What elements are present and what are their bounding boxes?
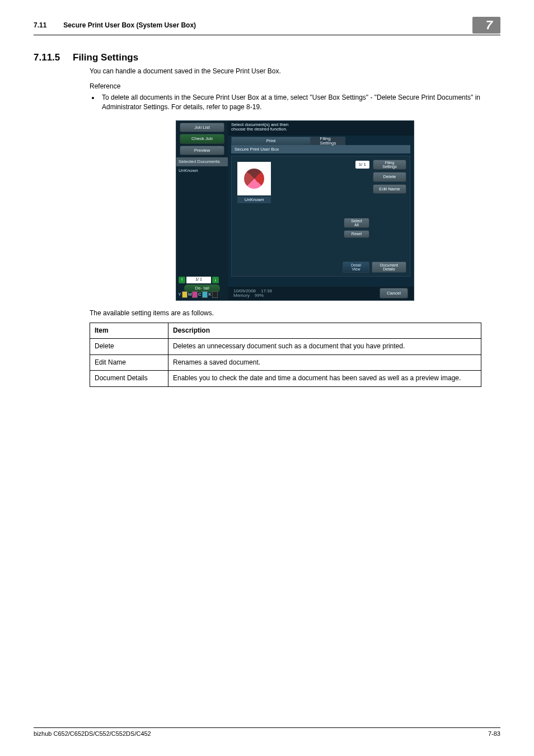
detail-view-button[interactable]: Detail View [343, 262, 369, 273]
ss-mid-column: Select All Reset [344, 218, 369, 238]
toner-c-icon [202, 291, 208, 298]
subsection-title: Filing Settings [73, 52, 138, 63]
main-page-indicator: 1/ 1 [355, 161, 369, 169]
chapter-badge: 7 [472, 17, 500, 34]
table-cell-desc: Renames a saved document. [168, 354, 481, 370]
ss-right-column: Filing Settings Delete Edit Name [373, 160, 406, 194]
toner-c-label: C [198, 291, 202, 298]
ss-tab-row: Print Filing Settings [228, 137, 414, 145]
table-row: Edit Name Renames a saved document. [90, 354, 481, 370]
left-pager: ↑ 1/ 1 ↓ [179, 277, 219, 283]
running-header-left: 7.11 Secure Print User Box (System User … [34, 21, 196, 29]
document-thumbnail[interactable] [237, 162, 271, 195]
ss-date-area: 10/09/2008 17:38 Memory 99% [233, 289, 272, 298]
check-job-button[interactable]: Check Job [180, 134, 224, 144]
subsection-heading: 7.11.5 Filing Settings [34, 52, 500, 63]
toner-k-icon [212, 291, 218, 298]
table-cell-item: Edit Name [90, 354, 168, 370]
ss-bottom-bar: 10/09/2008 17:38 Memory 99% Cancel [228, 287, 414, 300]
toner-y-icon [182, 291, 188, 298]
job-list-button[interactable]: Job List [180, 123, 224, 133]
page-footer: bizhub C652/C652DS/C552/C552DS/C452 7-83 [34, 727, 500, 737]
ss-memory-label: Memory [233, 293, 250, 298]
toner-k-label: K [208, 291, 212, 298]
edit-name-button[interactable]: Edit Name [373, 184, 406, 194]
table-row: Delete Deletes an unnecessary document s… [90, 339, 481, 354]
toner-m-icon [192, 291, 198, 298]
reference-label: Reference [90, 82, 500, 91]
table-head-description: Description [168, 323, 481, 338]
preview-button[interactable]: Preview [180, 146, 224, 156]
left-page-counter: 1/ 1 [186, 277, 211, 283]
ss-work-area: UnKnown 1/ 1 Filing Settings Delete Edit… [231, 156, 410, 277]
select-all-button[interactable]: Select All [344, 218, 369, 228]
ss-left-pane: Job List Check Job Preview Selected Docu… [176, 121, 228, 300]
toner-y-label: Y [178, 291, 181, 298]
available-caption: The available setting items are as follo… [90, 309, 500, 318]
table-cell-item: Delete [90, 339, 168, 354]
cancel-button[interactable]: Cancel [380, 288, 408, 299]
toner-status: Y M C K [176, 289, 229, 300]
ss-message: Select document(s) and then choose the d… [228, 121, 414, 136]
filing-settings-button[interactable]: Filing Settings [373, 160, 406, 170]
section-title: Secure Print User Box (System User Box) [63, 21, 196, 29]
ss-main-pane: Select document(s) and then choose the d… [228, 121, 414, 287]
subsection-number: 7.11.5 [34, 52, 73, 63]
selected-documents-item: UnKnown [176, 166, 228, 175]
table-cell-desc: Deletes an unnecessary document such as … [168, 339, 481, 354]
table-row: Document Details Enables you to check th… [90, 371, 481, 386]
delete-button[interactable]: Delete [373, 172, 406, 182]
ss-memory-pct: 99% [255, 293, 264, 298]
footer-left: bizhub C652/C652DS/C552/C552DS/C452 [34, 730, 151, 737]
reference-bullet: To delete all documents in the Secure Pr… [100, 93, 500, 113]
pager-up-icon[interactable]: ↑ [179, 277, 185, 283]
reference-list: To delete all documents in the Secure Pr… [90, 93, 500, 113]
document-thumbnail-caption: UnKnown [237, 197, 271, 203]
pager-down-icon[interactable]: ↓ [212, 277, 219, 283]
tab-filing-settings[interactable]: Filing Settings [311, 137, 345, 145]
table-cell-item: Document Details [90, 371, 168, 386]
reset-button[interactable]: Reset [344, 230, 369, 238]
selected-documents-header: Selected Documents [176, 157, 228, 166]
document-details-button[interactable]: Document Details [372, 262, 406, 273]
table-cell-desc: Enables you to check the date and time a… [168, 371, 481, 386]
footer-right: 7-83 [488, 730, 500, 737]
ss-breadcrumb: Secure Print User Box [231, 145, 410, 154]
device-screenshot: Job List Check Job Preview Selected Docu… [176, 120, 414, 301]
table-head-item: Item [90, 323, 168, 338]
intro-paragraph: You can handle a document saved in the S… [90, 67, 500, 76]
section-number: 7.11 [34, 21, 62, 29]
tab-print[interactable]: Print [231, 137, 311, 145]
running-header: 7.11 Secure Print User Box (System User … [34, 17, 500, 35]
settings-table: Item Description Delete Deletes an unnec… [90, 323, 481, 387]
toner-m-label: M [188, 291, 191, 298]
